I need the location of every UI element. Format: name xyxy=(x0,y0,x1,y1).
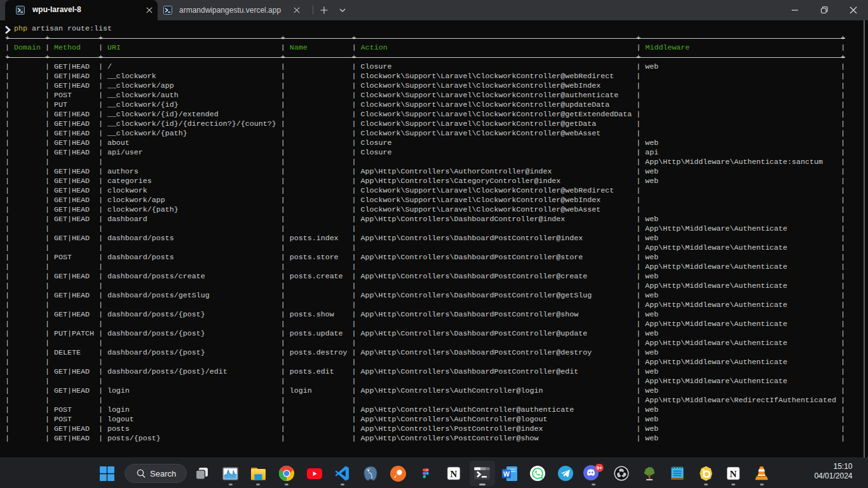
svg-text:W: W xyxy=(503,470,510,478)
svg-text:N: N xyxy=(451,469,458,479)
svg-text:9+: 9+ xyxy=(597,465,602,471)
svg-text:N: N xyxy=(730,469,737,479)
